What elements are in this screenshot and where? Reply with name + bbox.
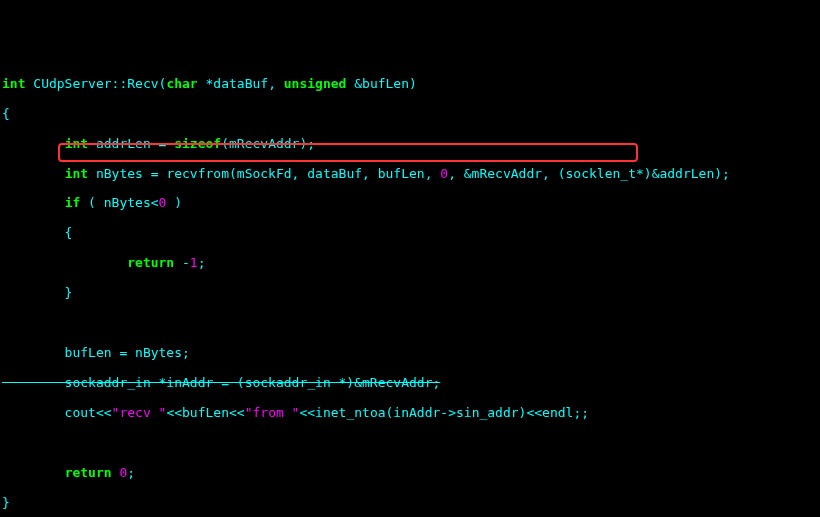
code-line: } xyxy=(2,496,818,511)
code-line: int CUdpServer::Recv(char *dataBuf, unsi… xyxy=(2,77,818,92)
code-line-highlighted: cout<<"recv "<<bufLen<<"from "<<inet_nto… xyxy=(2,406,818,421)
code-line: int nBytes = recvfrom(mSockFd, dataBuf, … xyxy=(2,167,818,182)
code-line: return 0; xyxy=(2,466,818,481)
code-line: return -1; xyxy=(2,256,818,271)
code-line: { xyxy=(2,107,818,122)
code-editor[interactable]: int CUdpServer::Recv(char *dataBuf, unsi… xyxy=(2,62,818,517)
code-line: { xyxy=(2,226,818,241)
code-line: } xyxy=(2,286,818,301)
code-line: bufLen = nBytes; xyxy=(2,346,818,361)
code-line: if ( nBytes<0 ) xyxy=(2,196,818,211)
code-line xyxy=(2,436,818,451)
code-line: int addrLen = sizeof(mRecvAddr); xyxy=(2,137,818,152)
code-line: sockaddr_in *inAddr = (sockaddr_in *)&mR… xyxy=(2,376,818,391)
code-line xyxy=(2,316,818,331)
